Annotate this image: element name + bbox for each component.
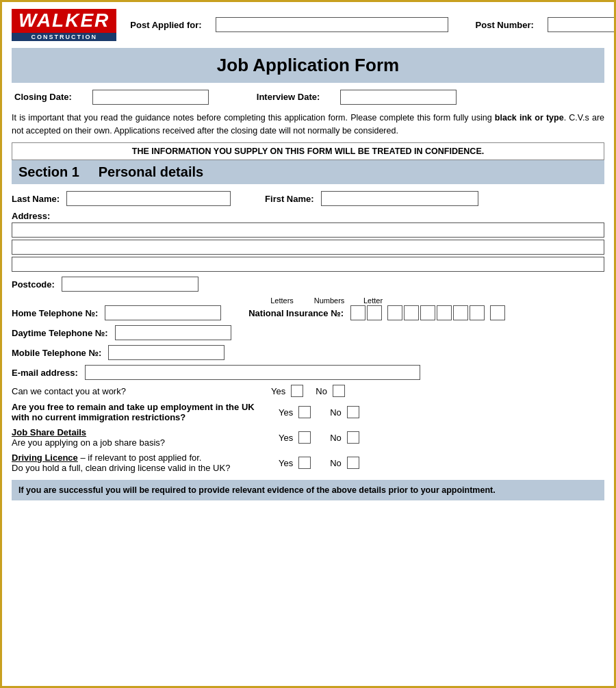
job-share-yes-label: Yes [279,433,293,443]
ni-box-n4[interactable] [437,305,452,320]
daytime-tel-row: Daytime Telephone №: [12,325,604,340]
driving-yes-label: Yes [279,458,293,468]
email-row: E-mail address: [12,365,604,380]
post-number-label: Post Number: [476,20,534,30]
driving-suffix: – if relevant to post applied for. [78,453,202,463]
company-logo: WALKER CONSTRUCTION [12,9,116,41]
address-line-2[interactable] [12,240,604,255]
ni-box-end[interactable] [490,305,505,320]
driving-licence-title-line: Driving Licence – if relevant to post ap… [12,453,272,463]
job-share-row: Job Share Details Are you applying on a … [12,427,604,448]
ni-box-l1[interactable] [350,305,365,320]
postcode-row: Postcode: [12,277,604,292]
closing-date-label: Closing Date: [14,92,72,102]
mobile-tel-input[interactable] [108,345,224,360]
job-share-no-checkbox[interactable] [347,431,359,444]
ni-headers: Letters Numbers Letter [12,296,505,305]
footer-notice: If you are successful you will be requir… [12,480,604,500]
contact-work-row: Can we contact you at work? Yes No [12,385,604,397]
name-row: Last Name: First Name: [12,191,604,206]
footer-notice-text: If you are successful you will be requir… [18,485,496,495]
driving-no-label: No [330,458,342,468]
form-title-bar: Job Application Form [12,48,604,83]
ni-box-n2[interactable] [404,305,419,320]
last-name-input[interactable] [66,191,231,206]
closing-date-input[interactable] [92,90,209,105]
address-label: Address: [12,211,604,221]
first-name-input[interactable] [321,191,478,206]
interview-date-label: Interview Date: [257,92,320,102]
free-no-checkbox[interactable] [347,406,359,418]
home-tel-label: Home Telephone №: [12,308,98,318]
contact-work-yes-label: Yes [271,386,285,396]
free-employment-row: Are you free to remain and take up emplo… [12,402,604,422]
ni-letters-header: Letters [265,296,299,305]
post-number-input[interactable] [548,17,616,32]
mobile-tel-row: Mobile Telephone №: [12,345,604,360]
post-applied-label: Post Applied for: [130,20,201,30]
daytime-tel-label: Daytime Telephone №: [12,328,108,338]
ni-box-n5[interactable] [453,305,468,320]
driving-no-checkbox[interactable] [347,457,359,469]
first-name-label: First Name: [265,194,314,204]
free-employment-label: Are you free to remain and take up emplo… [12,402,272,422]
ni-numbers-header: Numbers [299,296,359,305]
home-tel-input[interactable] [105,305,221,320]
email-input[interactable] [85,365,420,380]
ni-letter-header: Letter [363,296,378,305]
contact-work-no-label: No [316,386,327,396]
address-section: Address: [12,211,604,272]
section1-subtitle: Personal details [99,164,203,179]
interview-date-input[interactable] [340,90,457,105]
contact-work-label: Can we contact you at work? [12,386,266,396]
section1-title: Section 1 [18,164,79,179]
postcode-label: Postcode: [12,279,55,290]
logo-walker-text: WALKER [12,9,116,33]
contact-work-yes-checkbox[interactable] [291,385,303,397]
driving-question: Do you hold a full, clean driving licens… [12,463,272,473]
confidence-notice: THE INFORMATION YOU SUPPLY ON THIS FORM … [12,142,604,160]
contact-work-no-checkbox[interactable] [333,385,345,397]
ni-box-n1[interactable] [387,305,402,320]
free-yes-label: Yes [279,407,293,418]
email-label: E-mail address: [12,368,78,378]
address-line-3[interactable] [12,257,604,272]
free-yes-checkbox[interactable] [298,406,311,418]
section1-header: Section 1 Personal details [12,160,604,184]
info-paragraph: It is important that you read the guidan… [12,112,604,138]
driving-yes-checkbox[interactable] [298,457,311,469]
daytime-tel-input[interactable] [115,325,231,340]
ni-box-n3[interactable] [420,305,435,320]
job-share-title: Job Share Details [12,427,272,437]
ni-box-l2[interactable] [367,305,382,320]
form-title: Job Application Form [12,55,604,76]
driving-title: Driving Licence [12,453,78,463]
last-name-label: Last Name: [12,194,60,204]
address-line-1[interactable] [12,222,604,238]
ni-box-n6[interactable] [470,305,485,320]
mobile-tel-label: Mobile Telephone №: [12,348,101,358]
job-share-no-label: No [330,433,342,443]
ni-label: National Insurance №: [248,308,344,318]
driving-licence-row: Driving Licence – if relevant to post ap… [12,453,604,473]
post-applied-input[interactable] [216,17,448,32]
logo-construction-text: CONSTRUCTION [12,33,116,41]
postcode-input[interactable] [62,277,198,292]
free-no-label: No [330,407,342,418]
ni-boxes-container [350,305,505,320]
job-share-yes-checkbox[interactable] [298,431,311,444]
job-share-question: Are you applying on a job share basis? [12,437,272,448]
